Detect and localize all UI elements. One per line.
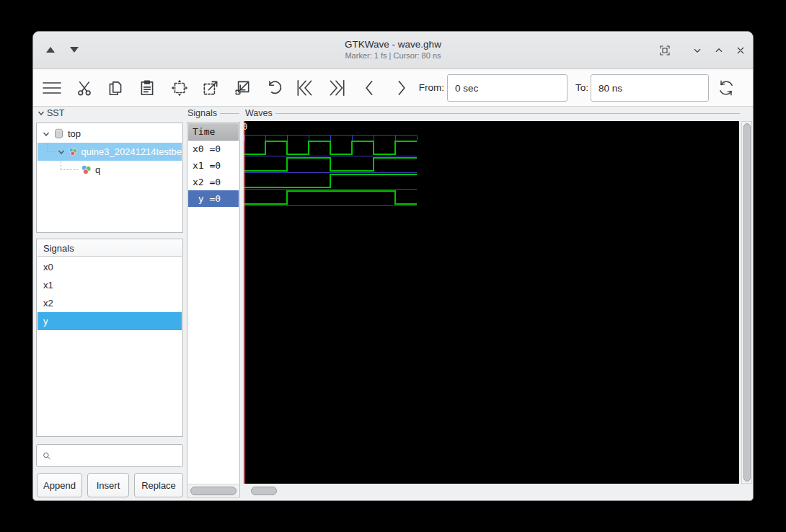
values-hscroll-thumb[interactable]: [190, 487, 237, 495]
module-icon: [80, 164, 92, 175]
sst-tree-panel: top quine3_20241214testbe q: [36, 123, 183, 233]
zoom-in-button[interactable]: [198, 75, 224, 101]
value-row-x1[interactable]: x1 =0: [188, 157, 239, 174]
wave-trace-x2: [244, 174, 417, 190]
step-forward-button[interactable]: [388, 75, 414, 101]
fit-window-icon: [658, 44, 671, 57]
undo-button[interactable]: [261, 75, 287, 101]
sst-expander[interactable]: SST: [37, 108, 81, 118]
tree-item-top[interactable]: top: [37, 125, 182, 143]
chevron-down-icon: [37, 110, 45, 117]
expander-icon[interactable]: [58, 148, 65, 156]
tree-item-label: quine3_20241214testbe: [81, 146, 182, 157]
zoom-out-button[interactable]: [229, 75, 255, 101]
tree-item-label: top: [68, 128, 81, 139]
values-frame-label: Signals: [187, 108, 239, 118]
maximize-button[interactable]: [710, 42, 728, 59]
waveform-display: 0: [244, 121, 739, 484]
zoom-in-icon: [201, 79, 220, 97]
replace-button[interactable]: Replace: [134, 473, 183, 497]
expander-icon[interactable]: [43, 130, 50, 138]
chevron-up-icon: [712, 44, 725, 57]
tree-guide: [47, 151, 56, 152]
append-button[interactable]: Append: [37, 473, 82, 497]
signal-values-panel: Time x0 =0 x1 =0 x2 =0 y =0: [187, 122, 240, 497]
values-hscrollbar[interactable]: [188, 484, 239, 496]
waves-frame-title: Waves: [245, 108, 273, 118]
wave-canvas[interactable]: 0: [244, 121, 739, 484]
toolbar: From: To:: [33, 69, 753, 107]
cut-button[interactable]: [71, 75, 97, 101]
to-label: To:: [571, 69, 588, 107]
from-label: From:: [415, 69, 444, 107]
search-icon: [43, 451, 51, 461]
zoom-out-icon: [233, 79, 252, 97]
hierarchy-icon: [53, 128, 64, 139]
skip-to-start-icon: [295, 78, 315, 98]
tree-guide: [61, 169, 78, 170]
signal-item-x2[interactable]: x2: [37, 294, 182, 312]
wave-trace-y: [244, 191, 417, 206]
from-input[interactable]: [447, 74, 568, 102]
fit-window-button[interactable]: [656, 42, 674, 59]
minimize-button[interactable]: [689, 42, 706, 59]
value-row-x0[interactable]: x0 =0: [188, 141, 239, 157]
signals-list-header: Signals: [37, 240, 182, 257]
cut-icon: [75, 79, 94, 97]
search-input[interactable]: [56, 451, 182, 461]
gtkwave-window: GTKWave - wave.ghw Marker: 1 fs | Cursor…: [32, 31, 754, 501]
value-row-y[interactable]: y =0: [188, 190, 239, 207]
waves-vscroll-thumb[interactable]: [743, 123, 751, 482]
menu-button[interactable]: [39, 75, 65, 101]
skip-to-end-button[interactable]: [324, 75, 350, 101]
title-block: GTKWave - wave.ghw Marker: 1 fs | Cursor…: [33, 32, 753, 60]
reload-button[interactable]: [713, 75, 739, 101]
skip-to-end-icon: [327, 78, 347, 98]
waves-vscrollbar[interactable]: [741, 121, 752, 484]
zoom-fit-button[interactable]: [167, 75, 193, 101]
chevron-right-icon: [392, 79, 410, 97]
waves-hscrollbar[interactable]: [244, 485, 739, 497]
marker-cursor-status: Marker: 1 fs | Cursor: 80 ns: [33, 51, 753, 60]
signal-search-box[interactable]: [36, 444, 183, 467]
close-icon: [734, 44, 747, 57]
signal-item-y[interactable]: y: [37, 312, 182, 330]
waves-frame-label: Waves: [245, 108, 740, 118]
close-button[interactable]: [732, 42, 749, 59]
undo-icon: [265, 79, 283, 97]
waves-hscroll-thumb[interactable]: [251, 487, 277, 495]
signals-list-panel: Signals x0 x1 x2 y: [36, 239, 183, 437]
time-origin-label: 0: [244, 122, 247, 132]
tree-item-quine3[interactable]: quine3_20241214testbe: [37, 143, 182, 161]
menu-icon: [41, 79, 63, 97]
zoom-fit-icon: [170, 79, 189, 97]
paste-icon: [138, 79, 156, 97]
titlebar[interactable]: GTKWave - wave.ghw Marker: 1 fs | Cursor…: [33, 32, 753, 69]
tree-item-q[interactable]: q: [37, 161, 182, 179]
signal-item-x1[interactable]: x1: [37, 276, 182, 294]
copy-icon: [106, 79, 125, 97]
tree-item-label: q: [95, 164, 100, 175]
chevron-down-icon: [691, 44, 704, 57]
to-input[interactable]: [591, 74, 709, 102]
insert-button[interactable]: Insert: [87, 473, 129, 497]
sst-label: SST: [47, 108, 64, 118]
paste-button[interactable]: [134, 75, 160, 101]
signal-item-x0[interactable]: x0: [37, 258, 182, 276]
copy-button[interactable]: [102, 75, 128, 101]
reload-icon: [716, 78, 736, 98]
step-back-button[interactable]: [357, 75, 383, 101]
module-icon: [68, 146, 78, 157]
timeline-ruler: [244, 136, 418, 141]
chevron-left-icon: [361, 79, 379, 97]
wave-trace-x1: [244, 158, 417, 173]
time-column-header[interactable]: Time: [188, 123, 239, 141]
window-title: GTKWave - wave.ghw: [33, 39, 753, 50]
wave-trace-x0: [244, 141, 417, 156]
value-row-x2[interactable]: x2 =0: [188, 174, 239, 190]
values-frame-title: Signals: [187, 108, 217, 118]
skip-to-start-button[interactable]: [292, 75, 318, 101]
